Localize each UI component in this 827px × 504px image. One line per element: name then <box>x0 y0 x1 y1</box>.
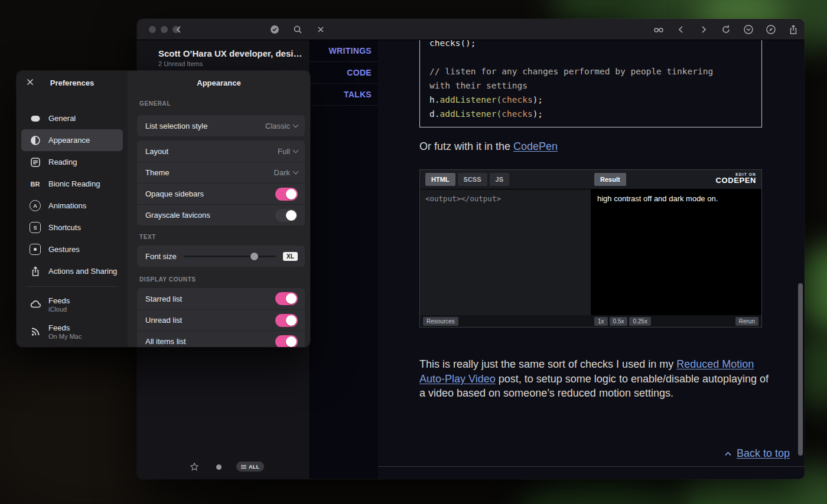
codepen-logo[interactable]: EDIT ON CODEPEN <box>716 172 757 185</box>
share-icon[interactable] <box>788 24 799 35</box>
prev-article-icon[interactable] <box>676 24 686 35</box>
section-label-display-counts: DISPLAY COUNTS <box>139 276 310 283</box>
sidebar-item-gestures[interactable]: Gestures <box>21 238 123 260</box>
codepen-resources-button[interactable]: Resources <box>423 317 458 326</box>
font-size-row: Font size XL <box>137 246 305 267</box>
back-icon[interactable] <box>174 24 184 35</box>
chevron-down-icon <box>293 169 299 175</box>
appearance-pane: Appearance GENERAL List selection style … <box>128 71 310 347</box>
codepen-zoom-025x[interactable]: 0.25x <box>629 317 650 326</box>
site-nav-column: WRITINGS CODE TALKS <box>310 40 378 479</box>
list-selection-style-row[interactable]: List selection style Classic <box>137 115 305 136</box>
search-icon[interactable] <box>292 24 303 35</box>
close-icon[interactable] <box>26 78 34 86</box>
chevron-down-icon <box>293 122 299 127</box>
codepen-zoom-1x[interactable]: 1x <box>594 317 608 326</box>
layout-value[interactable]: Full <box>278 147 298 156</box>
code-blank-line <box>429 50 752 64</box>
reader-titlebar[interactable] <box>137 19 805 40</box>
unread-filter-icon[interactable] <box>216 464 222 470</box>
sidebar-item-animations[interactable]: A Animations <box>21 195 123 217</box>
article-column: checks(); // listen for any changes perf… <box>378 40 805 479</box>
sidebar-item-appearance[interactable]: Appearance <box>21 129 123 151</box>
codepen-code-pane[interactable]: <output></output> <box>420 189 591 315</box>
nav-link-talks[interactable]: TALKS <box>310 84 378 106</box>
pocket-icon[interactable] <box>743 24 754 35</box>
minimize-button[interactable] <box>161 26 168 33</box>
sidebar-item-bionic-reading[interactable]: BR Bionic Reading <box>21 173 123 195</box>
article-paragraph: Or futz with it in the CodePen <box>419 140 558 153</box>
font-size-value-badge: XL <box>283 252 298 261</box>
code-comment: with their settings <box>429 81 528 90</box>
article-code-block: checks(); // listen for any changes perf… <box>419 40 762 127</box>
all-items-list-row: All items list <box>137 330 305 347</box>
close-button[interactable] <box>149 26 156 33</box>
list-selection-style-value[interactable]: Classic <box>265 122 298 130</box>
sidebar-item-reading[interactable]: Reading <box>21 151 123 173</box>
article-paragraph: This is really just the same sort of che… <box>419 357 774 401</box>
sidebar-item-feeds-on-my-mac[interactable]: Feeds On My Mac <box>21 318 123 345</box>
codepen-rerun-button[interactable]: Rerun <box>735 317 758 326</box>
all-items-filter-label: ALL <box>249 464 259 470</box>
gestures-icon <box>28 243 42 256</box>
starred-list-toggle[interactable] <box>275 292 298 305</box>
layout-row[interactable]: Layout Full <box>137 140 305 162</box>
sidebar-item-shortcuts[interactable]: S Shortcuts <box>21 217 123 238</box>
unread-count: 2 Unread Items <box>158 60 203 67</box>
codepen-link[interactable]: CodePen <box>513 140 558 152</box>
back-to-top-link[interactable]: Back to top <box>724 447 790 460</box>
close-article-icon[interactable] <box>315 24 326 35</box>
nav-link-code[interactable]: CODE <box>310 62 378 84</box>
chevron-up-icon <box>724 451 732 457</box>
all-items-filter-button[interactable]: ALL <box>236 462 264 472</box>
list-icon <box>241 464 246 469</box>
codepen-result-button[interactable]: Result <box>594 173 626 186</box>
starred-filter-icon[interactable] <box>190 462 199 472</box>
codepen-zoom-05x[interactable]: 0.5x <box>610 317 628 326</box>
feed-title: Scott O’Hara UX developer, desi… <box>158 48 304 58</box>
reading-icon <box>28 155 42 169</box>
chevron-down-icon <box>293 147 299 153</box>
code-line: h.addListener(checks); <box>429 93 752 107</box>
appearance-icon <box>28 133 42 147</box>
grayscale-favicons-row: Grayscale favicons <box>137 204 305 225</box>
grayscale-favicons-toggle[interactable] <box>275 209 298 222</box>
codepen-result-pane: high contrast off and dark mode on. <box>591 189 761 315</box>
code-token: checks(); <box>429 40 476 48</box>
code-comment: // listen for any changes performed by p… <box>429 67 713 76</box>
all-items-list-toggle[interactable] <box>275 335 298 348</box>
share-icon <box>28 264 42 278</box>
bionic-reading-icon[interactable] <box>653 24 664 35</box>
section-label-text: TEXT <box>139 234 310 241</box>
article-footer-divider <box>378 466 805 467</box>
bionic-reading-icon: BR <box>28 177 42 191</box>
browser-icon[interactable] <box>766 24 776 35</box>
rss-icon <box>28 325 42 339</box>
font-size-slider[interactable] <box>184 256 276 257</box>
sidebar-item-general[interactable]: General <box>21 107 123 129</box>
pane-title: Appearance <box>128 71 310 87</box>
unread-list-toggle[interactable] <box>275 314 298 327</box>
slider-knob[interactable] <box>250 253 258 260</box>
mark-read-icon[interactable] <box>269 24 280 35</box>
theme-row[interactable]: Theme Dark <box>137 162 305 183</box>
preferences-sidebar: Preferences General Appearance Reading <box>17 71 128 347</box>
cloud-icon <box>28 298 42 312</box>
general-icon <box>28 112 42 125</box>
opaque-sidebars-toggle[interactable] <box>275 188 298 201</box>
animations-icon: A <box>28 199 42 212</box>
sidebar-divider <box>26 286 118 287</box>
codepen-tab-scss[interactable]: SCSS <box>458 173 487 186</box>
reload-icon[interactable] <box>721 24 731 35</box>
theme-value[interactable]: Dark <box>274 168 298 177</box>
opaque-sidebars-row: Opaque sidebars <box>137 183 305 204</box>
shortcuts-icon: S <box>28 221 42 234</box>
codepen-tab-js[interactable]: JS <box>490 173 509 186</box>
codepen-tab-html[interactable]: HTML <box>425 173 455 186</box>
scrollbar-thumb[interactable] <box>798 283 803 456</box>
sidebar-item-feeds-icloud[interactable]: Feeds iCloud <box>21 291 123 318</box>
next-article-icon[interactable] <box>698 24 709 35</box>
codepen-embed: HTML SCSS JS Result EDIT ON CODEPEN <out… <box>419 169 762 328</box>
sidebar-item-actions-sharing[interactable]: Actions and Sharing <box>21 260 123 282</box>
nav-link-writings[interactable]: WRITINGS <box>310 40 378 62</box>
